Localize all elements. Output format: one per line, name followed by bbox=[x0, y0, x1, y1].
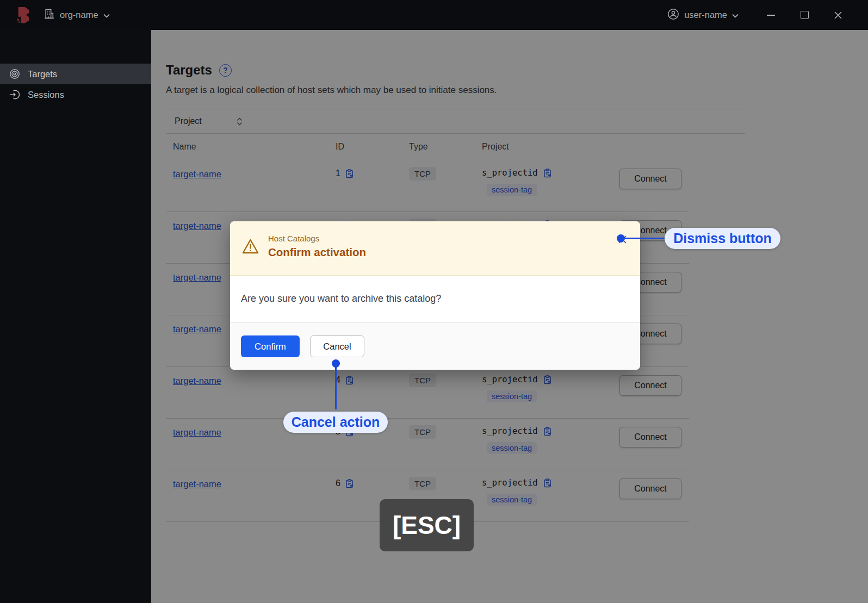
org-name-label: org-name bbox=[60, 10, 98, 20]
user-menu[interactable]: user-name bbox=[667, 8, 739, 22]
cancel-button[interactable]: Cancel bbox=[310, 335, 364, 357]
maximize-button[interactable] bbox=[788, 0, 821, 30]
chevron-down-icon bbox=[103, 10, 110, 20]
esc-key-badge: [ESC] bbox=[380, 499, 474, 551]
annotation-dismiss-label: Dismiss button bbox=[665, 228, 780, 249]
minimize-icon bbox=[767, 15, 775, 16]
boundary-logo-icon bbox=[15, 5, 32, 25]
dialog-footer: Confirm Cancel bbox=[230, 322, 640, 370]
org-switcher[interactable]: org-name bbox=[44, 8, 110, 22]
user-icon bbox=[667, 8, 679, 22]
user-name-label: user-name bbox=[684, 10, 727, 20]
annotation-line bbox=[335, 366, 337, 409]
titlebar: org-name user-name bbox=[0, 0, 868, 30]
sessions-icon bbox=[9, 89, 20, 100]
annotation-cancel-label: Cancel action bbox=[283, 412, 388, 433]
chevron-down-icon bbox=[732, 10, 739, 20]
dialog-title: Confirm activation bbox=[268, 246, 366, 259]
sidebar-item-label: Targets bbox=[28, 69, 57, 79]
maximize-icon bbox=[801, 11, 809, 19]
sidebar-item-label: Sessions bbox=[28, 90, 64, 100]
warning-icon bbox=[241, 238, 259, 257]
close-icon bbox=[834, 11, 842, 20]
app-window: org-name user-name bbox=[0, 0, 868, 603]
confirm-button[interactable]: Confirm bbox=[241, 335, 300, 357]
dialog-context: Host Catalogs bbox=[268, 234, 319, 243]
building-icon bbox=[44, 8, 55, 22]
dialog-header: Host Catalogs Confirm activation bbox=[230, 221, 640, 276]
minimize-button[interactable] bbox=[754, 0, 788, 30]
close-window-button[interactable] bbox=[821, 0, 855, 30]
sidebar-item-targets[interactable]: Targets bbox=[0, 64, 151, 84]
target-icon bbox=[9, 69, 20, 79]
window-controls bbox=[754, 0, 855, 30]
sidebar-item-sessions[interactable]: Sessions bbox=[0, 84, 151, 105]
confirm-dialog: Host Catalogs Confirm activation Are you… bbox=[230, 221, 640, 370]
dialog-message: Are you sure you want to archive this ca… bbox=[230, 276, 640, 322]
annotation-line bbox=[624, 238, 665, 239]
sidebar: Targets Sessions bbox=[0, 30, 151, 603]
